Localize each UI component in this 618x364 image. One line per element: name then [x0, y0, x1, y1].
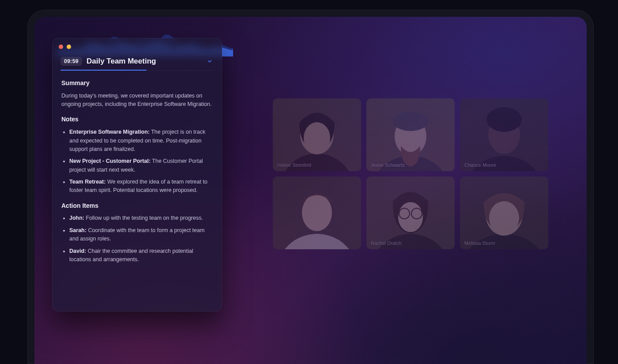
action-person: Sarah:	[69, 227, 87, 233]
meeting-header: 09:59 Daily Team Meeting	[60, 57, 214, 71]
avatar	[460, 98, 548, 171]
participant-name: Hailee Steinfeld	[277, 162, 311, 168]
video-tile[interactable]: Hailee Steinfeld	[273, 98, 361, 171]
note-label: Team Retreat:	[69, 179, 106, 185]
active-tab-indicator	[60, 70, 147, 71]
video-tile[interactable]: Melissa Sturm	[460, 176, 548, 249]
action-text: Follow up with the testing team on the p…	[84, 215, 203, 221]
video-tile[interactable]	[273, 176, 361, 249]
list-item: Sarah: Coordinate with the team to form …	[69, 226, 213, 244]
note-label: Enterprise Software Migration:	[69, 129, 150, 135]
action-person: John:	[69, 215, 84, 221]
list-item: John: Follow up with the testing team on…	[69, 214, 213, 222]
device-frame: 09:59 Daily Team Meeting Summary During …	[27, 10, 594, 364]
meeting-title: Daily Team Meeting	[87, 57, 201, 66]
avatar	[366, 176, 455, 249]
svg-point-14	[302, 194, 332, 231]
list-item: New Project - Customer Portal: The Custo…	[69, 157, 213, 174]
note-label: New Project - Customer Portal:	[69, 158, 151, 164]
action-items-heading: Action Items	[61, 201, 213, 211]
avatar	[273, 98, 361, 171]
list-item: David: Chair the committee and research …	[69, 247, 213, 264]
avatar	[273, 176, 361, 249]
participant-name: Rachel Dratch	[371, 240, 402, 246]
participant-name: Jesse Schwartz	[371, 162, 405, 168]
video-tile[interactable]: Chance Moore	[460, 98, 548, 171]
action-person: David:	[69, 248, 86, 254]
minimize-window-button[interactable]	[67, 45, 71, 49]
list-item: Team Retreat: We explored the idea of a …	[69, 178, 213, 195]
summary-text: During today's meeting, we covered impor…	[61, 92, 213, 109]
svg-point-18	[398, 202, 423, 232]
chevron-down-icon[interactable]	[206, 57, 214, 65]
svg-point-3	[304, 122, 330, 154]
action-text: Coordinate with the team to form a proje…	[69, 227, 204, 242]
video-tile[interactable]: Rachel Dratch	[366, 176, 455, 249]
avatar	[366, 98, 455, 171]
action-items-list: John: Follow up with the testing team on…	[61, 214, 213, 264]
notes-list: Enterprise Software Migration: The proje…	[61, 128, 213, 195]
action-text: Chair the committee and research potenti…	[69, 248, 193, 263]
window-controls	[59, 45, 71, 49]
svg-point-7	[393, 112, 428, 131]
participant-name: Melissa Sturm	[464, 240, 495, 246]
summary-heading: Summary	[61, 79, 213, 88]
close-window-button[interactable]	[59, 45, 63, 49]
meeting-duration-badge: 09:59	[60, 57, 82, 66]
svg-point-11	[486, 107, 522, 132]
meeting-notes-panel: 09:59 Daily Team Meeting Summary During …	[52, 38, 222, 311]
list-item: Enterprise Software Migration: The proje…	[69, 128, 213, 154]
video-tile[interactable]: Jesse Schwartz	[366, 98, 455, 171]
avatar	[460, 176, 548, 249]
notes-heading: Notes	[61, 115, 213, 124]
video-call-grid: Hailee Steinfeld Jesse Schwartz Chance M…	[273, 98, 548, 249]
meeting-notes-body: Summary During today's meeting, we cover…	[53, 71, 222, 276]
desktop-screen: 09:59 Daily Team Meeting Summary During …	[34, 17, 587, 364]
svg-point-24	[489, 201, 519, 235]
participant-name: Chance Moore	[464, 162, 496, 168]
